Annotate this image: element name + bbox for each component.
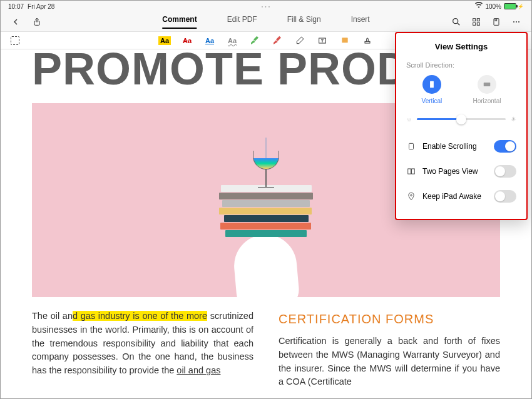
bookmark-button[interactable] <box>491 17 501 27</box>
two-pages-row: Two Pages View <box>406 159 516 184</box>
battery-icon: ⚡ <box>504 3 524 9</box>
svg-rect-2 <box>473 18 476 21</box>
horizontal-label: Horizontal <box>473 98 501 104</box>
strikethrough-icon: Aa <box>183 37 192 44</box>
brightness-high-icon: ☀ <box>511 116 516 123</box>
tool-highlight[interactable]: Aa <box>158 34 171 47</box>
keep-awake-toggle[interactable] <box>494 190 516 203</box>
status-date: Fri Apr 28 <box>28 3 54 10</box>
tool-note[interactable] <box>338 34 352 47</box>
tool-strikethrough[interactable]: Aa <box>180 34 194 47</box>
more-button[interactable] <box>511 17 521 27</box>
column-left: The oil and gas industry is one of the m… <box>32 310 253 389</box>
column-title: CERTIFICATION FORMS <box>279 310 500 328</box>
svg-rect-16 <box>408 169 411 174</box>
back-button[interactable] <box>11 17 21 27</box>
grid-view-button[interactable] <box>471 17 481 27</box>
location-icon <box>406 191 416 201</box>
search-button[interactable] <box>451 17 461 27</box>
svg-point-7 <box>513 21 514 23</box>
wavy-icon: Aa <box>228 37 237 44</box>
svg-rect-11 <box>342 38 347 43</box>
keep-awake-row: Keep iPad Awake <box>406 184 516 209</box>
svg-rect-12 <box>365 41 370 43</box>
scroll-horizontal-option[interactable]: Horizontal <box>473 75 501 104</box>
svg-point-8 <box>516 21 517 23</box>
horizontal-icon <box>478 75 496 94</box>
panel-title: View Settings <box>406 42 516 51</box>
tool-textbox[interactable] <box>315 34 329 47</box>
svg-rect-4 <box>473 23 476 25</box>
enable-scrolling-label: Enable Scrolling <box>422 142 488 151</box>
scroll-icon <box>406 141 416 151</box>
svg-rect-13 <box>430 81 434 88</box>
tab-fill-sign[interactable]: Fill & Sign <box>287 15 321 29</box>
status-dots: ● ● ● <box>262 5 270 8</box>
share-button[interactable] <box>32 17 42 27</box>
scroll-direction-label: Scroll Direction: <box>406 61 516 69</box>
slider-track[interactable] <box>417 118 506 120</box>
tool-marker-red[interactable] <box>270 34 284 47</box>
keep-awake-label: Keep iPad Awake <box>422 192 488 201</box>
svg-rect-3 <box>477 18 479 21</box>
vertical-label: Vertical <box>422 98 442 104</box>
battery-pct: 100% <box>485 3 501 10</box>
tool-wavy[interactable]: Aa <box>225 34 239 47</box>
svg-rect-15 <box>409 143 414 149</box>
underline-icon: Aa <box>205 37 214 44</box>
svg-point-1 <box>453 18 458 23</box>
crop-icon <box>11 36 19 45</box>
tool-marker-green[interactable] <box>248 34 262 47</box>
slider-thumb[interactable] <box>456 114 466 124</box>
tool-eraser[interactable] <box>293 34 307 47</box>
highlight-icon: Aa <box>158 36 171 45</box>
highlighted-text: d gas industry is one of the more <box>73 311 207 321</box>
svg-rect-14 <box>484 83 491 86</box>
nav-bar: Comment Edit PDF Fill & Sign Insert <box>1 12 531 32</box>
tool-stamp[interactable] <box>361 34 374 47</box>
svg-point-18 <box>411 194 412 196</box>
brightness-slider[interactable]: ☼ ☀ <box>406 116 516 123</box>
column-right: CERTIFICATION FORMS Certification is gen… <box>279 310 500 389</box>
scroll-vertical-option[interactable]: Vertical <box>422 75 442 104</box>
brightness-low-icon: ☼ <box>406 116 412 123</box>
status-bar: 10:07 Fri Apr 28 ● ● ● 100% ⚡ <box>1 1 531 12</box>
underlined-text: oil and gas <box>176 365 220 375</box>
svg-rect-17 <box>412 169 415 174</box>
svg-rect-6 <box>494 18 499 25</box>
two-pages-toggle[interactable] <box>494 165 516 178</box>
vertical-icon <box>422 75 441 94</box>
wifi-icon <box>475 2 483 11</box>
tab-insert[interactable]: Insert <box>351 15 370 29</box>
enable-scrolling-row: Enable Scrolling <box>406 134 516 159</box>
view-settings-panel: View Settings Scroll Direction: Vertical… <box>395 32 528 220</box>
tab-edit-pdf[interactable]: Edit PDF <box>227 15 257 29</box>
two-pages-label: Two Pages View <box>422 167 488 176</box>
svg-rect-5 <box>477 23 479 25</box>
status-time: 10:07 <box>8 3 24 10</box>
enable-scrolling-toggle[interactable] <box>494 140 516 153</box>
two-pages-icon <box>406 166 416 176</box>
tool-crop[interactable] <box>8 34 22 47</box>
tab-comment[interactable]: Comment <box>162 15 197 29</box>
svg-point-9 <box>518 21 519 23</box>
tool-underline[interactable]: Aa <box>203 34 217 47</box>
